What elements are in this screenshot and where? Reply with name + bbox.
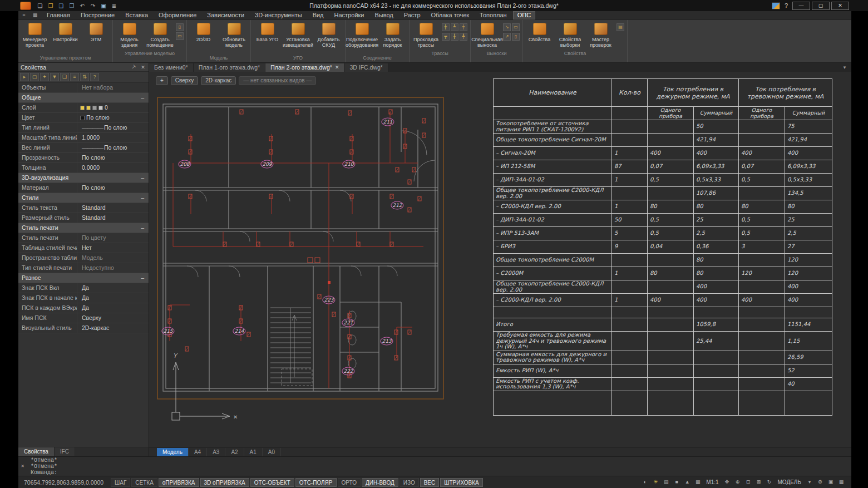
panel-tab[interactable]: IFC <box>55 447 75 456</box>
save-icon[interactable]: ❑ <box>57 2 66 10</box>
nanocad-logo-icon[interactable] <box>20 2 31 10</box>
ribbon-button[interactable]: Модель здания <box>115 21 144 50</box>
performance-icon[interactable]: ▦ <box>837 478 846 486</box>
layout-tab[interactable]: А1 <box>244 448 263 456</box>
scale-indicator[interactable]: М1:1 <box>706 479 718 485</box>
command-prompt[interactable]: Команда: <box>31 470 849 476</box>
layout-tab[interactable]: А0 <box>263 448 281 456</box>
ribbon-tab[interactable]: 3D-инструменты <box>250 11 307 19</box>
ribbon-button[interactable]: Обновить модель <box>219 21 249 50</box>
ribbon-button[interactable]: Мастер проверок <box>586 21 615 50</box>
property-row[interactable]: Пространство таблиц... Модель <box>18 253 149 263</box>
pan-icon[interactable]: ✥ <box>723 478 732 486</box>
zoom-in-icon[interactable]: ⊕ <box>733 478 742 486</box>
trace-join-icon[interactable]: ┿ <box>460 23 467 31</box>
ribbon-button[interactable]: Свойства выборки <box>555 21 585 50</box>
property-row[interactable]: Масштаб типа линий 1.0000 <box>18 133 149 143</box>
hint-icon[interactable]: ☀ <box>651 478 660 486</box>
document-tab[interactable]: Без имени0* <box>149 63 194 72</box>
status-toggle[interactable]: ШАГ <box>111 478 130 487</box>
property-row[interactable]: Знак ПСК в начале ко... Да <box>18 293 149 303</box>
property-row[interactable]: Тип линий По слою <box>18 123 149 133</box>
menu-list-icon[interactable]: ≣ <box>110 2 119 10</box>
property-row[interactable]: Стили <box>18 193 149 203</box>
status-toggle[interactable]: ДИН-ВВОД <box>362 478 398 487</box>
document-tab[interactable]: План 2-ого этажа.dwg* <box>265 63 344 72</box>
close-tab-icon[interactable] <box>335 63 339 72</box>
property-row[interactable]: Вес линий По слою <box>18 143 149 153</box>
layout-tab[interactable]: А4 <box>189 448 207 456</box>
property-row[interactable]: Объекты Нет набора <box>18 83 149 93</box>
ribbon-tab[interactable]: Настройки <box>330 11 369 19</box>
property-row[interactable]: ПСК в каждом ВЭкране Да <box>18 303 149 313</box>
ribbon-button[interactable]: Подключение оборудования <box>347 21 377 50</box>
customize-icon[interactable]: ≡ <box>20 12 28 19</box>
annotation-scale-icon[interactable]: ▲ <box>683 478 692 486</box>
viewport-control[interactable]: 2D-каркас <box>201 76 236 85</box>
property-row[interactable]: Стиль печати По цвету <box>18 233 149 243</box>
status-toggle[interactable]: оПРИВЯЗКА <box>159 478 199 487</box>
document-tab[interactable]: 3D IFC.dwg* <box>344 63 388 72</box>
ribbon-tab[interactable]: Главная <box>42 11 75 19</box>
status-toggle[interactable]: ВЕС <box>420 478 440 487</box>
layout-tab[interactable]: Модель <box>157 448 189 456</box>
property-row[interactable]: Стиль текста Standard <box>18 203 149 213</box>
table-app-icon[interactable] <box>772 2 780 9</box>
property-row[interactable]: Знак ПСК Вкл Да <box>18 283 149 293</box>
minimize-button[interactable]: — <box>792 2 810 10</box>
lock-ui-icon[interactable]: ■ <box>672 478 681 486</box>
property-row[interactable]: Стиль печати <box>18 223 149 233</box>
property-row[interactable]: Имя ПСК Сверху <box>18 313 149 323</box>
units-icon[interactable]: ▦ <box>693 478 702 486</box>
viewport-control[interactable]: Сверху <box>171 76 198 85</box>
ribbon-button[interactable]: Добавить СКУД <box>314 21 343 50</box>
clean-screen-icon[interactable]: ▣ <box>826 478 835 486</box>
zoom-extents-icon[interactable]: ⊠ <box>754 478 763 486</box>
select-window-icon[interactable]: ▢ <box>30 73 39 81</box>
property-row[interactable]: Таблица стилей печати Нет <box>18 243 149 253</box>
ribbon-button[interactable]: Настройки <box>51 21 80 44</box>
ribbon-button[interactable]: Прокладка трассы <box>411 21 441 50</box>
ribbon-tab[interactable]: Оформление <box>154 11 201 19</box>
layout-tab[interactable]: А2 <box>225 448 244 456</box>
ribbon-tab[interactable]: Зависимости <box>203 11 249 19</box>
ribbon-button[interactable]: Менеджер проекта <box>20 21 50 50</box>
tab-list-icon[interactable]: ▼ <box>842 65 847 70</box>
ribbon-tab[interactable]: Вид <box>308 11 328 19</box>
trace-edit-icon[interactable]: ┳ <box>442 33 450 41</box>
property-row[interactable]: Размерный стиль Standard <box>18 213 149 223</box>
redo-icon[interactable]: ↷ <box>88 2 97 10</box>
command-line[interactable]: ✕ *Отмена**Отмена* Команда: <box>18 456 851 476</box>
select-objects-icon[interactable]: ▸ <box>20 73 29 81</box>
layout-tab[interactable]: А3 <box>207 448 225 456</box>
ribbon-button[interactable]: База УГО <box>253 21 282 44</box>
ribbon-style-icon[interactable]: ▦ <box>31 12 39 19</box>
model-space-menu-icon[interactable]: ▾ <box>805 478 814 486</box>
property-row[interactable]: Материал По слою <box>18 183 149 193</box>
status-toggle[interactable]: 3D оПРИВЯЗКА <box>200 478 249 487</box>
undo-icon[interactable]: ↶ <box>78 2 87 10</box>
sort-icon[interactable]: ⇅ <box>80 73 89 81</box>
callout-node-icon[interactable]: ▭ <box>512 23 520 31</box>
ribbon-tab[interactable]: Вывод <box>370 11 397 19</box>
screen-icon[interactable]: ▣ <box>99 2 108 10</box>
ribbon-button[interactable]: Создать помещение <box>145 21 175 50</box>
ribbon-tab[interactable]: Растр <box>400 11 425 19</box>
status-toggle[interactable]: ОТС-ОБЪЕКТ <box>250 478 294 487</box>
viewport-control[interactable]: — нет связанных видов — <box>239 76 316 85</box>
drawing-canvas[interactable]: +Сверху2D-каркас— нет связанных видов — <box>149 72 851 447</box>
property-row[interactable]: Визуальный стиль 2D-каркас <box>18 323 149 333</box>
ribbon-button[interactable]: Задать порядок <box>378 21 407 50</box>
zoom-window-icon[interactable]: ⊡ <box>744 478 753 486</box>
status-toggle[interactable]: СЕТКА <box>131 478 157 487</box>
property-row[interactable]: Разное <box>18 273 149 283</box>
trace-split-icon[interactable]: ┻ <box>451 23 458 31</box>
help-icon[interactable]: ? <box>785 2 788 9</box>
trace-height-icon[interactable]: ╇ <box>460 33 467 41</box>
pin-icon[interactable]: ⊤ <box>129 63 138 72</box>
ribbon-tab[interactable]: ОПС <box>513 11 535 19</box>
open-folder-icon[interactable]: ❐ <box>46 2 55 10</box>
trace-tool-icon[interactable]: ╋ <box>442 23 450 31</box>
close-button[interactable]: ✕ <box>831 2 849 10</box>
filter-icon[interactable]: ▼ <box>50 73 59 81</box>
